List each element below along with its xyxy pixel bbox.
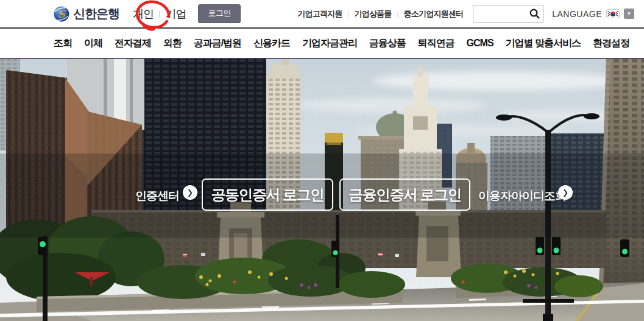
shinhan-corporate-banking-page: S 신한은행 개인 | 기업 로그인 기업고객지원 | 기업상품몰 | 중소기업… [0, 0, 644, 321]
hero-banner: 인증센터 ❯ 공동인증서 로그인 금융인증서 로그인 이용자아이디조회 ❯ [0, 58, 644, 321]
nav-item-epayment[interactable]: 전자결제 [115, 37, 151, 50]
utility-link-corporate-mall[interactable]: 기업상품몰 [355, 9, 392, 19]
joint-certificate-login-button[interactable]: 공동인증서 로그인 [202, 178, 333, 211]
utility-separator: | [397, 10, 398, 18]
nav-item-utility-court[interactable]: 공과금/법원 [194, 37, 241, 50]
financial-certificate-login-button[interactable]: 금융인증서 로그인 [339, 178, 470, 211]
nav-item-credit-card[interactable]: 신용카드 [253, 37, 290, 50]
nav-item-transfer[interactable]: 이체 [84, 37, 102, 50]
nav-item-forex[interactable]: 외환 [163, 37, 182, 50]
utility-separator: | [347, 10, 349, 18]
shinhan-logo[interactable]: S 신한은행 [54, 5, 119, 22]
segment-corporate[interactable]: 기업 [165, 7, 186, 21]
nav-item-inquiry[interactable]: 조회 [54, 37, 72, 50]
nav-item-fund-mgmt[interactable]: 기업자금관리 [302, 37, 357, 50]
chevron-down-icon: ▼ [627, 11, 632, 16]
nav-item-settings[interactable]: 환경설정 [593, 37, 629, 50]
utility-links: 기업고객지원 | 기업상품몰 | 중소기업지원센터 [297, 9, 463, 19]
login-button[interactable]: 로그인 [198, 4, 241, 23]
nav-item-custom-service[interactable]: 기업별 맞춤서비스 [506, 37, 581, 50]
cert-center-link[interactable]: 인증센터 [135, 188, 179, 204]
brand-name: 신한은행 [73, 5, 119, 22]
utility-link-corporate-support[interactable]: 기업고객지원 [297, 9, 342, 19]
top-header: S 신한은행 개인 | 기업 로그인 기업고객지원 | 기업상품몰 | 중소기업… [0, 0, 644, 29]
segment-personal[interactable]: 개인 [133, 7, 154, 21]
language-label: LANGUAGE [552, 9, 602, 19]
segment-switcher: 개인 | 기업 [133, 7, 186, 21]
search-box [473, 5, 543, 23]
user-id-lookup-link[interactable]: 이용자아이디조회 [478, 188, 566, 204]
cert-center-arrow-icon[interactable]: ❯ [183, 185, 197, 200]
segment-separator: | [158, 9, 160, 18]
svg-text:S: S [58, 8, 66, 20]
hero-login-controls: 인증센터 ❯ 공동인증서 로그인 금융인증서 로그인 이용자아이디조회 ❯ [0, 58, 644, 321]
user-id-lookup-arrow-icon[interactable]: ❯ [558, 185, 573, 200]
utility-link-sme-center[interactable]: 중소기업지원센터 [404, 9, 464, 19]
nav-item-products[interactable]: 금융상품 [369, 37, 406, 50]
language-selector: LANGUAGE ▼ [552, 9, 634, 19]
main-navigation: 조회 이체 전자결제 외환 공과금/법원 신용카드 기업자금관리 금융상품 퇴직… [0, 29, 644, 58]
korean-flag-icon [606, 9, 620, 18]
nav-item-gcms[interactable]: GCMS [467, 38, 494, 49]
language-dropdown-button[interactable]: ▼ [624, 9, 634, 19]
shinhan-globe-icon: S [54, 6, 69, 22]
search-icon[interactable] [529, 8, 540, 19]
nav-item-pension[interactable]: 퇴직연금 [418, 37, 455, 50]
